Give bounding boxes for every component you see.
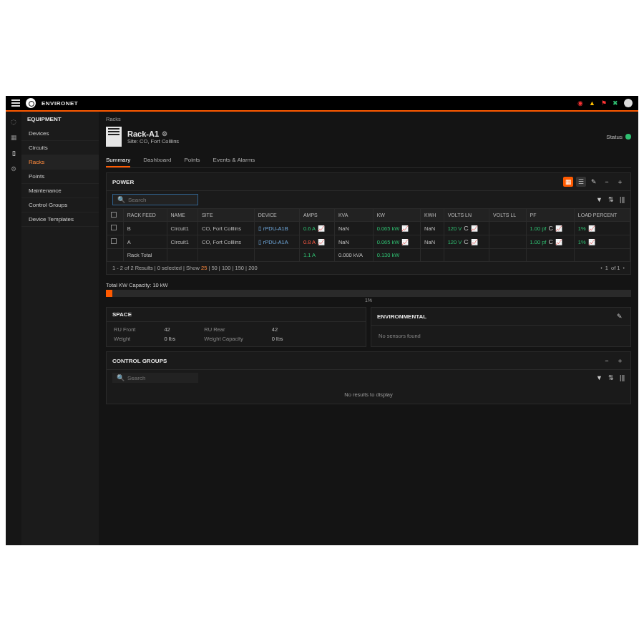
ru-rear-key: RU Rear	[204, 326, 225, 333]
ru-front-val: 42	[164, 326, 175, 333]
env-empty-msg: No sensors found	[371, 326, 630, 346]
alert-flag-icon[interactable]: ⚑	[601, 99, 607, 107]
add-button[interactable]: ＋	[615, 177, 625, 187]
filter-icon[interactable]: ▼	[596, 196, 602, 203]
menu-button[interactable]	[11, 99, 20, 107]
remove-button[interactable]: −	[602, 177, 612, 187]
tools-icon[interactable]: ✖	[613, 99, 618, 107]
chart-icon[interactable]: 📈	[588, 239, 595, 245]
space-title: SPACE	[112, 311, 132, 318]
cg-remove-button[interactable]: −	[602, 356, 612, 366]
chart-icon[interactable]: 📈	[471, 239, 478, 245]
search-icon: 🔍	[117, 374, 125, 381]
cg-empty-msg: No results to display	[107, 386, 630, 404]
columns-icon[interactable]: |||	[620, 196, 625, 203]
tab-points[interactable]: Points	[184, 154, 200, 167]
sidebar-item-racks[interactable]: Racks	[21, 155, 99, 170]
device-icon: ▯	[258, 239, 261, 245]
capacitor-icon: C	[548, 238, 553, 245]
sidebar-item-points[interactable]: Points	[21, 170, 99, 184]
power-total-row: Rack Total1.1 A0.000 kVA0.130 kW	[107, 249, 630, 262]
sidebar-item-devices[interactable]: Devices	[21, 127, 99, 141]
alert-warning-icon[interactable]: ▲	[589, 99, 595, 107]
columns-icon[interactable]: |||	[620, 374, 625, 381]
cg-search-input[interactable]	[127, 375, 194, 381]
chart-icon[interactable]: 📈	[401, 239, 409, 245]
power-search-input[interactable]	[128, 197, 193, 203]
col-site[interactable]: SITE	[198, 209, 255, 222]
chart-icon[interactable]: 📈	[588, 225, 595, 232]
device-link[interactable]: rPDU-A1B	[263, 225, 288, 232]
col-kw[interactable]: KW	[373, 209, 420, 222]
sidebar-item-control-groups[interactable]: Control Groups	[21, 198, 99, 213]
tab-events-alarms[interactable]: Events & Alarms	[213, 154, 255, 167]
col-load-percent[interactable]: LOAD PERCENT	[574, 209, 630, 222]
col-kva[interactable]: KVA	[334, 209, 373, 222]
chart-icon[interactable]: 📈	[555, 225, 562, 232]
sort-icon[interactable]: ⇅	[608, 196, 614, 203]
sidebar-item-maintenance[interactable]: Maintenance	[21, 184, 99, 198]
col-volts-ll[interactable]: VOLTS LL	[489, 209, 526, 222]
device-link[interactable]: rPDU-A1A	[263, 239, 288, 245]
alert-critical-icon[interactable]: ◉	[577, 99, 583, 107]
tab-summary[interactable]: Summary	[106, 154, 130, 167]
site-value: CO, Fort Colllins	[140, 138, 179, 145]
ru-front-key: RU Front	[114, 326, 135, 333]
env-title: ENVIRONMENTAL	[377, 313, 426, 320]
power-row[interactable]: BCircuit1CO, Fort Colllins▯ rPDU-A1B0.6 …	[107, 222, 630, 235]
cg-add-button[interactable]: ＋	[615, 356, 625, 366]
rail-item-settings[interactable]: ⚙	[9, 165, 18, 173]
site-prefix: Site:	[127, 138, 138, 145]
user-avatar[interactable]	[624, 99, 633, 107]
rail-item-dashboard[interactable]: ◌	[9, 117, 18, 126]
cg-search-box[interactable]: 🔍	[112, 373, 198, 383]
ru-rear-val: 42	[272, 326, 283, 333]
tab-dashboard[interactable]: Dashboard	[143, 154, 171, 167]
gear-icon[interactable]: ⚙	[162, 130, 167, 137]
chart-icon[interactable]: 📈	[401, 225, 409, 232]
breadcrumb[interactable]: Racks	[106, 116, 631, 122]
env-edit-button[interactable]: ✎	[615, 311, 625, 321]
sidebar-title: EQUIPMENT	[21, 112, 99, 127]
col-pf[interactable]: PF	[526, 209, 574, 222]
status-ok-icon	[625, 134, 631, 140]
row-checkbox[interactable]	[111, 238, 117, 244]
chart-icon[interactable]: 📈	[471, 225, 478, 232]
chart-icon[interactable]: 📈	[318, 225, 325, 232]
power-search-box[interactable]: 🔍	[112, 194, 198, 205]
sidebar-item-circuits[interactable]: Circuits	[21, 141, 99, 155]
col-name[interactable]: NAME	[167, 209, 197, 222]
edit-button[interactable]: ✎	[589, 177, 599, 187]
status-label: Status	[606, 134, 623, 140]
rail-item-equipment[interactable]: ▯	[9, 149, 18, 157]
view-grid-button[interactable]: ▦	[563, 177, 573, 187]
power-row[interactable]: ACircuit1CO, Fort Colllins▯ rPDU-A1A0.8 …	[107, 235, 630, 249]
chart-icon[interactable]: 📈	[555, 239, 562, 245]
col-volts-ln[interactable]: VOLTS LN	[444, 209, 489, 222]
filter-icon[interactable]: ▼	[596, 374, 602, 381]
device-icon: ▯	[258, 225, 261, 232]
pager-next-icon[interactable]: ›	[623, 265, 625, 271]
pager-page: 1	[605, 265, 608, 271]
row-checkbox[interactable]	[111, 225, 117, 230]
wcap-val: 0 lbs	[272, 336, 283, 342]
weight-val: 0 lbs	[164, 336, 175, 342]
sort-icon[interactable]: ⇅	[608, 374, 614, 381]
chart-icon[interactable]: 📈	[318, 239, 325, 245]
col-amps[interactable]: AMPS	[299, 209, 334, 222]
col-kwh[interactable]: KWH	[421, 209, 444, 222]
brand-logo	[26, 98, 36, 108]
capacitor-icon: C	[548, 225, 553, 232]
view-list-button[interactable]: ☰	[576, 177, 586, 187]
col-rack-feed[interactable]: RACK FEED	[123, 209, 167, 222]
pager-summary-c: | 50 | 100 | 150 | 200	[207, 265, 257, 271]
rack-icon	[106, 127, 122, 147]
search-icon: 🔍	[117, 196, 125, 203]
cg-title: CONTROL GROUPS	[112, 358, 167, 364]
sidebar-item-device-templates[interactable]: Device Templates	[21, 213, 99, 227]
capacitor-icon: C	[464, 225, 469, 232]
col-device[interactable]: DEVICE	[254, 209, 299, 222]
select-all-checkbox[interactable]	[111, 212, 117, 218]
rail-item-analytics[interactable]: ▦	[9, 133, 18, 142]
pager-prev-icon[interactable]: ‹	[600, 265, 602, 271]
